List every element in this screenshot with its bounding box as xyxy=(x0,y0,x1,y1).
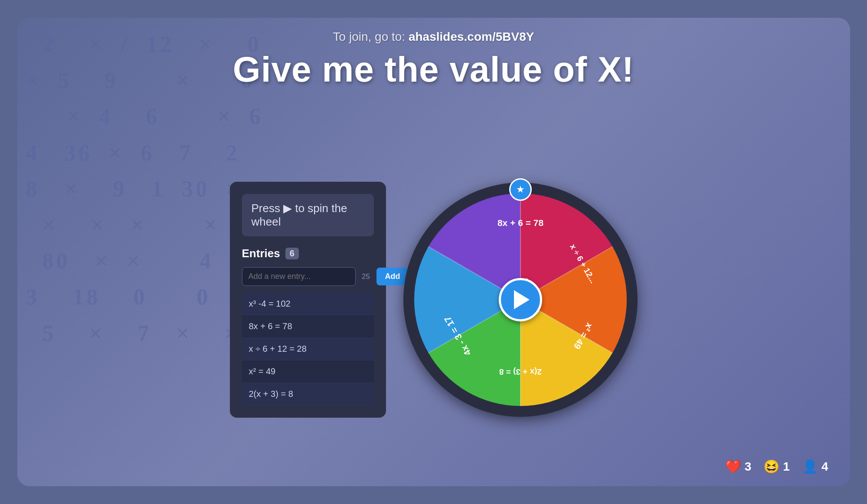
svg-text:8x + 6 = 78: 8x + 6 = 78 xyxy=(497,218,543,228)
list-item: 8x + 6 = 78 xyxy=(242,315,374,338)
users-stat: 👤 4 xyxy=(802,459,828,474)
join-prefix: To join, go to: xyxy=(333,30,409,43)
press-to-spin-label: Press ▶ to spin the wheel xyxy=(242,194,374,236)
join-text: To join, go to: ahaslides.com/5BV8Y xyxy=(333,30,534,44)
play-button[interactable] xyxy=(499,278,542,321)
wheel-container: ★ xyxy=(403,183,638,417)
play-icon xyxy=(514,290,530,309)
join-url: ahaslides.com/5BV8Y xyxy=(409,30,534,43)
wheel-pin: ★ xyxy=(509,178,532,201)
laughing-icon: 😆 xyxy=(763,459,779,474)
laughing-count: 1 xyxy=(783,460,790,474)
users-icon: 👤 xyxy=(802,459,818,474)
heart-icon: ❤️ xyxy=(725,459,741,474)
hearts-count: 3 xyxy=(745,460,752,474)
bottom-stats: ❤️ 3 😆 1 👤 4 xyxy=(725,459,828,474)
content-area: Press ▶ to spin the wheel Entries 6 25 A… xyxy=(17,113,850,486)
entries-label: Entries xyxy=(242,247,280,260)
wheel-outer: x³ -4 = 102 x³ -4 = 102 xyxy=(403,183,638,417)
add-entry-row: 25 Add xyxy=(242,267,374,286)
entries-header: Entries 6 xyxy=(242,247,374,260)
list-item: x² = 49 xyxy=(242,360,374,383)
hearts-stat: ❤️ 3 xyxy=(725,459,752,474)
entries-list[interactable]: x³ -4 = 1028x + 6 = 78x ÷ 6 + 12 = 28x² … xyxy=(242,293,374,406)
users-count: 4 xyxy=(821,460,828,474)
screen: 2 × / 12 × 0 × 5 9 × 0 × 4 6 × 6 4 36 × … xyxy=(17,18,850,486)
list-item: 2(x + 3) = 8 xyxy=(242,383,374,406)
char-count: 25 xyxy=(360,272,372,281)
laughing-stat: 😆 1 xyxy=(763,459,790,474)
list-item: x³ -4 = 102 xyxy=(242,293,374,315)
main-title: Give me the value of X! xyxy=(233,49,634,90)
header: To join, go to: ahaslides.com/5BV8Y Give… xyxy=(17,18,850,90)
entries-count: 6 xyxy=(285,248,299,259)
pin-icon: ★ xyxy=(509,178,532,201)
add-entry-input[interactable] xyxy=(242,267,356,286)
entries-panel: Press ▶ to spin the wheel Entries 6 25 A… xyxy=(230,182,386,418)
list-item: x ÷ 6 + 12 = 28 xyxy=(242,338,374,360)
svg-text:2(x + 3) = 8: 2(x + 3) = 8 xyxy=(499,367,541,376)
